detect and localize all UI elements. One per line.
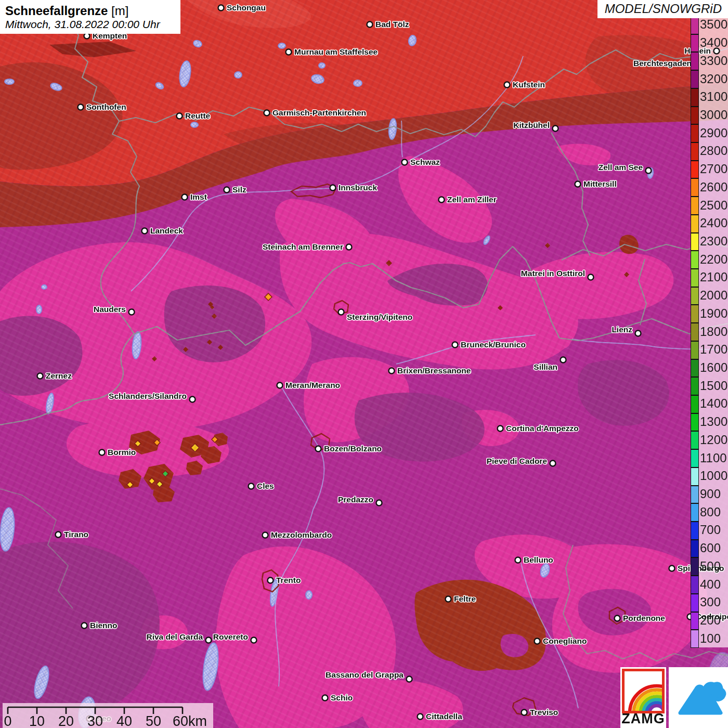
colorbar-segment — [691, 124, 698, 142]
city-marker: Zell am See — [599, 163, 652, 174]
city-dot — [190, 397, 196, 402]
city-marker: Trento — [268, 576, 301, 584]
colorbar-segment — [691, 485, 698, 503]
city-marker: Lienz — [612, 325, 641, 336]
city-label: Mezzolombardo — [271, 530, 332, 539]
colorbar-segment — [691, 629, 698, 647]
city-dot — [224, 187, 230, 193]
city-label: Lienz — [612, 325, 632, 334]
colorbar-value: 2000 — [700, 288, 728, 303]
city-marker: Cittadella — [418, 712, 463, 721]
colorbar-segment — [691, 34, 698, 52]
city-dot — [646, 168, 652, 174]
city-dot — [182, 194, 188, 200]
city-marker: Mittersill — [575, 179, 617, 188]
city-marker: Innsbruck — [330, 183, 378, 192]
city-label: Bormio — [108, 448, 136, 457]
city-dot — [498, 426, 503, 432]
city-dot — [561, 357, 566, 363]
city-label: Schio — [331, 693, 353, 702]
colorbar-value: 600 — [700, 541, 728, 555]
city-marker: Pordenone — [615, 614, 666, 622]
city-label: Bienno — [90, 621, 118, 630]
colorbar-value: 3300 — [700, 54, 728, 68]
city-dot — [249, 484, 254, 489]
city-marker: Imst — [182, 192, 207, 201]
city-dot — [615, 616, 620, 621]
colorbar-value: 1300 — [700, 414, 728, 429]
city-label: Imst — [190, 192, 207, 201]
colorbar-segment — [691, 232, 698, 251]
colorbar-value: 400 — [700, 577, 728, 592]
city-dot — [575, 181, 581, 187]
city-marker: Silz — [224, 185, 246, 194]
city-dot — [339, 309, 344, 315]
colorbar-segment — [691, 503, 698, 521]
colorbar-value: 2900 — [700, 126, 728, 140]
zamg-logo-text: ZAMG — [620, 711, 666, 727]
colorbar-value: 2300 — [700, 234, 728, 249]
city-dot — [37, 373, 43, 379]
colorbar-segment — [691, 304, 698, 322]
colorbar-value: 100 — [700, 631, 728, 646]
city-label: Zell am See — [599, 163, 643, 172]
mountain-logo — [669, 667, 728, 728]
colorbar-value: 1800 — [700, 324, 728, 339]
model-label: MODEL/SNOWGRiD — [597, 0, 728, 18]
city-marker: Schlanders/Silandro — [109, 392, 195, 402]
city-dot — [553, 126, 558, 132]
city-label: Cortina d'Ampezzo — [506, 424, 579, 433]
city-marker: Treviso — [522, 708, 558, 717]
city-marker: Bozen/Bolzano — [316, 444, 382, 453]
colorbar-value: 2600 — [700, 180, 728, 194]
colorbar-segment — [691, 51, 698, 70]
city-marker: Cles — [249, 482, 274, 490]
city-dot — [322, 695, 328, 701]
colorbar-value: 2400 — [700, 216, 728, 230]
city-dot — [263, 532, 268, 538]
city-label: Kitzbühel — [513, 121, 550, 129]
city-marker: Murnau am Staffelsee — [286, 47, 378, 56]
city-label: Kufstein — [513, 80, 545, 89]
city-marker: Bruneck/Brunico — [452, 340, 526, 349]
city-marker: Steinach am Brenner — [263, 242, 352, 251]
city-dot — [389, 368, 395, 374]
city-label: Riva del Garda — [146, 632, 203, 641]
city-label: Conegliano — [543, 636, 587, 645]
colorbar-value: 2200 — [700, 252, 728, 267]
city-marker: Matrei in Osttirol — [521, 269, 594, 280]
colorbar-segment — [691, 431, 698, 449]
city-dot — [206, 638, 212, 643]
city-dot — [84, 33, 90, 39]
city-dot — [402, 160, 408, 165]
scalebar-label: 60km — [173, 713, 207, 728]
city-label: Nauders — [94, 305, 126, 314]
city-label: Silz — [232, 185, 246, 194]
city-marker: Kufstein — [504, 80, 545, 89]
city-marker: Kitzbühel — [513, 121, 558, 132]
city-dot — [550, 461, 556, 466]
city-dot — [407, 677, 412, 682]
city-dot — [277, 383, 283, 388]
city-marker: Bienno — [82, 621, 118, 630]
colorbar-segment — [691, 359, 698, 377]
city-label: Meran/Merano — [285, 381, 340, 389]
city-dot — [439, 197, 445, 203]
city-dot — [56, 532, 61, 538]
city-dot — [142, 228, 148, 234]
city-label: Brixen/Bressanone — [397, 366, 471, 375]
colorbar-segment — [691, 106, 698, 124]
colorbar-segment — [691, 160, 698, 178]
city-dot — [330, 185, 336, 191]
city-marker: Schio — [322, 693, 353, 702]
colorbar-value: 1600 — [700, 360, 728, 375]
city-marker: Riva del Garda — [146, 632, 211, 643]
colorbar-value: 1100 — [700, 451, 728, 465]
colorbar-segment — [691, 287, 698, 305]
city-marker: Bassano del Grappa — [326, 670, 412, 682]
city-marker: Meran/Merano — [277, 381, 341, 389]
colorbar-value: 500 — [700, 559, 728, 574]
city-dot — [635, 331, 641, 336]
city-layer: SchongauBad TölzKemptenMurnau am Staffel… — [0, 0, 728, 728]
scalebar-label: 20 — [58, 713, 74, 728]
